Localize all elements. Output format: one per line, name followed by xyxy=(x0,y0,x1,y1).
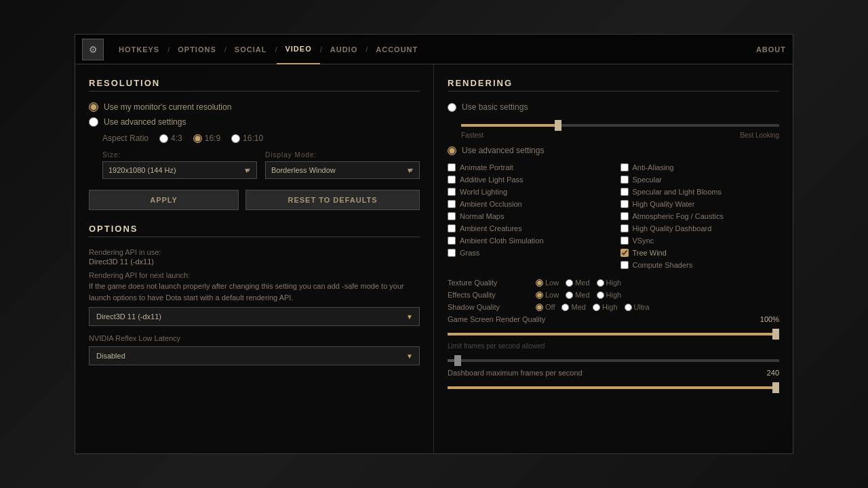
nav-audio[interactable]: AUDIO xyxy=(322,35,366,64)
apply-button[interactable]: APPLY xyxy=(89,190,239,210)
cb-world-lighting-input[interactable] xyxy=(448,188,456,196)
texture-high[interactable]: High xyxy=(597,279,622,287)
aspect-16-9[interactable]: 16:9 xyxy=(193,134,220,143)
cb-vsync-input[interactable] xyxy=(620,237,629,245)
aspect-16-10-label: 16:10 xyxy=(243,134,263,143)
cb-specular[interactable]: Specular xyxy=(620,176,780,184)
api-next-desc: If the game does not launch properly aft… xyxy=(89,281,420,303)
aspect-16-10[interactable]: 16:10 xyxy=(231,134,263,143)
cb-tree-wind[interactable]: Tree Wind xyxy=(620,249,780,257)
resolution-monitor-radio[interactable] xyxy=(89,102,98,112)
effects-med[interactable]: Med xyxy=(566,291,589,299)
dashboard-fps-slider[interactable] xyxy=(448,386,779,389)
texture-quality-label: Texture Quality xyxy=(448,279,536,287)
texture-med[interactable]: Med xyxy=(566,279,589,287)
cb-anti-aliasing-input[interactable] xyxy=(620,163,629,171)
effects-low[interactable]: Low xyxy=(536,291,559,299)
aspect-4-3-radio[interactable] xyxy=(159,134,168,143)
cb-ambient-occlusion[interactable]: Ambient Occlusion xyxy=(448,200,607,208)
shadow-high-radio[interactable] xyxy=(593,304,600,311)
game-screen-slider[interactable] xyxy=(448,333,779,336)
cb-animate-portrait[interactable]: Animate Portrait xyxy=(448,163,607,171)
cb-hq-water-input[interactable] xyxy=(620,200,629,208)
resolution-advanced-radio[interactable] xyxy=(89,117,98,127)
cb-ambient-creatures[interactable]: Ambient Creatures xyxy=(448,224,607,232)
effects-high[interactable]: High xyxy=(597,291,622,299)
reset-button[interactable]: RESET TO DEFAULTS xyxy=(245,190,420,210)
api-select-wrapper: Direct3D 11 (-dx11) Vulkan OpenGL ▼ xyxy=(89,307,420,326)
cb-additive-light[interactable]: Additive Light Pass xyxy=(448,176,607,184)
cb-specular-input[interactable] xyxy=(620,176,629,184)
display-mode-select[interactable]: Borderless Window xyxy=(265,161,420,179)
shadow-med[interactable]: Med xyxy=(561,303,585,311)
texture-low-radio[interactable] xyxy=(536,279,543,287)
resolution-title: RESOLUTION xyxy=(89,78,420,92)
cb-anti-aliasing[interactable]: Anti-Aliasing xyxy=(620,163,780,171)
shadow-ultra-radio[interactable] xyxy=(625,304,632,311)
aspect-16-10-radio[interactable] xyxy=(231,134,240,143)
cb-vsync[interactable]: VSync xyxy=(620,237,780,245)
fps-limit-slider[interactable] xyxy=(448,359,779,362)
cb-ambient-occlusion-input[interactable] xyxy=(448,200,456,208)
cb-normal-maps-input[interactable] xyxy=(448,212,456,220)
nav-account[interactable]: ACCOUNT xyxy=(368,35,426,64)
cb-hq-water[interactable]: High Quality Water xyxy=(620,200,780,208)
aspect-ratio-label: Aspect Ratio xyxy=(102,134,149,143)
texture-high-radio[interactable] xyxy=(597,279,604,287)
display-mode-label: Display Mode: xyxy=(265,151,420,159)
render-basic-option[interactable]: Use basic settings xyxy=(448,102,779,112)
nav-options[interactable]: OPTIONS xyxy=(170,35,224,64)
cb-atmos-fog[interactable]: Atmospheric Fog / Caustics xyxy=(620,212,780,220)
effects-med-radio[interactable] xyxy=(566,291,573,299)
shadow-ultra[interactable]: Ultra xyxy=(625,303,650,311)
cb-tree-wind-input[interactable] xyxy=(620,249,629,257)
shadow-med-radio[interactable] xyxy=(561,304,569,311)
render-advanced-radio[interactable] xyxy=(448,146,456,155)
render-advanced-option[interactable]: Use advanced settings xyxy=(448,146,779,155)
cb-additive-light-input[interactable] xyxy=(448,176,456,184)
size-field: Size: 1920x1080 (144 Hz) ▼ xyxy=(102,151,257,179)
nav-social[interactable]: SOCIAL xyxy=(226,35,275,64)
cb-compute-shaders[interactable]: Compute Shaders xyxy=(620,261,780,269)
api-select[interactable]: Direct3D 11 (-dx11) Vulkan OpenGL xyxy=(89,307,420,326)
nav-bar: ⚙ HOTKEYS / OPTIONS / SOCIAL / VIDEO / A… xyxy=(75,35,793,64)
nvidia-select[interactable]: Disabled Enabled Enabled + Boost xyxy=(89,346,420,365)
texture-low[interactable]: Low xyxy=(536,279,559,287)
effects-high-radio[interactable] xyxy=(597,291,604,299)
quality-slider[interactable] xyxy=(461,124,779,127)
cb-specular-blooms[interactable]: Specular and Light Blooms xyxy=(620,188,780,196)
shadow-off[interactable]: Off xyxy=(536,303,555,311)
aspect-4-3[interactable]: 4:3 xyxy=(159,134,182,143)
nav-hotkeys[interactable]: HOTKEYS xyxy=(111,35,167,64)
size-select[interactable]: 1920x1080 (144 Hz) xyxy=(102,161,257,179)
resolution-advanced-option[interactable]: Use advanced settings xyxy=(89,117,420,127)
cb-grass-input[interactable] xyxy=(448,249,456,257)
shadow-off-radio[interactable] xyxy=(536,304,543,311)
cb-hq-dashboard[interactable]: High Quality Dashboard xyxy=(620,224,780,232)
aspect-16-9-label: 16:9 xyxy=(205,134,220,143)
cb-specular-blooms-input[interactable] xyxy=(620,188,629,196)
aspect-16-9-radio[interactable] xyxy=(193,134,202,143)
nav-about[interactable]: ABOUT xyxy=(756,45,786,54)
resolution-monitor-option[interactable]: Use my monitor's current resolution xyxy=(89,102,420,112)
cb-ambient-cloth-input[interactable] xyxy=(448,237,456,245)
cb-normal-maps[interactable]: Normal Maps xyxy=(448,212,607,220)
effects-quality-row: Effects Quality Low Med High xyxy=(448,291,779,299)
nav-video[interactable]: VIDEO xyxy=(277,35,319,64)
shadow-high[interactable]: High xyxy=(593,303,618,311)
cb-atmos-fog-input[interactable] xyxy=(620,212,629,220)
shadow-quality-options: Off Med High Ultra xyxy=(536,303,650,311)
cb-world-lighting[interactable]: World Lighting xyxy=(448,188,607,196)
cb-compute-shaders-input[interactable] xyxy=(620,261,629,269)
cb-ambient-creatures-input[interactable] xyxy=(448,224,456,232)
render-basic-radio[interactable] xyxy=(448,103,456,112)
texture-med-radio[interactable] xyxy=(566,279,573,287)
cb-grass[interactable]: Grass xyxy=(448,249,607,257)
cb-ambient-cloth[interactable]: Ambient Cloth Simulation xyxy=(448,237,607,245)
settings-icon[interactable]: ⚙ xyxy=(82,39,104,60)
cb-hq-dashboard-input[interactable] xyxy=(620,224,629,232)
size-select-wrapper: 1920x1080 (144 Hz) ▼ xyxy=(102,161,257,179)
cb-animate-portrait-input[interactable] xyxy=(448,163,456,171)
effects-low-radio[interactable] xyxy=(536,291,543,299)
nav-items: HOTKEYS / OPTIONS / SOCIAL / VIDEO / AUD… xyxy=(111,35,756,64)
